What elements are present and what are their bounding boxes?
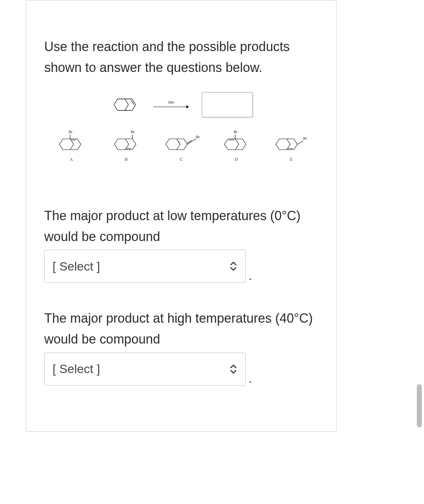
question-1-text: The major product at low temperatures (0… (44, 205, 318, 247)
svg-line-20 (297, 141, 303, 144)
product-A: Br A (44, 128, 98, 162)
question-1-select[interactable]: [ Select ] (44, 250, 246, 283)
svg-marker-0 (114, 99, 128, 110)
svg-marker-4 (59, 139, 74, 150)
svg-line-11 (177, 140, 179, 144)
scrollbar-thumb[interactable] (417, 384, 422, 427)
svg-line-14 (192, 139, 196, 141)
br-label-D: Br (234, 130, 238, 134)
svg-marker-10 (166, 139, 180, 150)
product-E-label: E (290, 157, 292, 162)
product-D-label: D (235, 157, 238, 162)
reaction-arrow: HBr (151, 100, 191, 109)
product-C-label: C (180, 157, 183, 162)
product-C: Br C (154, 128, 208, 162)
question-card: Use the reaction and the possible produc… (26, 0, 337, 432)
question-1-select-value: [ Select ] (53, 259, 100, 273)
question-2-period: . (249, 372, 252, 386)
br-label-B: Br (131, 130, 135, 134)
question-1-period: . (249, 269, 252, 283)
reagent-label: HBr (168, 100, 174, 104)
product-placeholder-box (202, 92, 253, 117)
svg-marker-7 (114, 139, 129, 150)
product-options: Br A Br B (44, 128, 318, 162)
question-2-select[interactable]: [ Select ] (44, 353, 246, 386)
product-B-label: B (125, 157, 128, 162)
product-B: Br B (99, 128, 153, 162)
chevron-up-down-icon (229, 364, 237, 374)
svg-line-1 (131, 100, 134, 105)
product-D: Br D (209, 128, 263, 162)
svg-marker-15 (224, 139, 239, 150)
reaction-scheme: HBr (44, 92, 318, 117)
intro-text: Use the reaction and the possible produc… (44, 36, 318, 78)
question-2-text: The major product at high temperatures (… (44, 308, 318, 349)
br-label-E: Br (303, 136, 307, 140)
question-2-select-value: [ Select ] (53, 362, 100, 376)
starting-material (110, 96, 141, 114)
chevron-up-down-icon (229, 261, 237, 271)
br-label-C: Br (196, 135, 200, 139)
product-E: Br E (264, 128, 318, 162)
svg-marker-18 (276, 139, 290, 150)
svg-marker-3 (186, 105, 189, 108)
br-label-A: Br (69, 130, 73, 134)
product-A-label: A (70, 157, 73, 162)
